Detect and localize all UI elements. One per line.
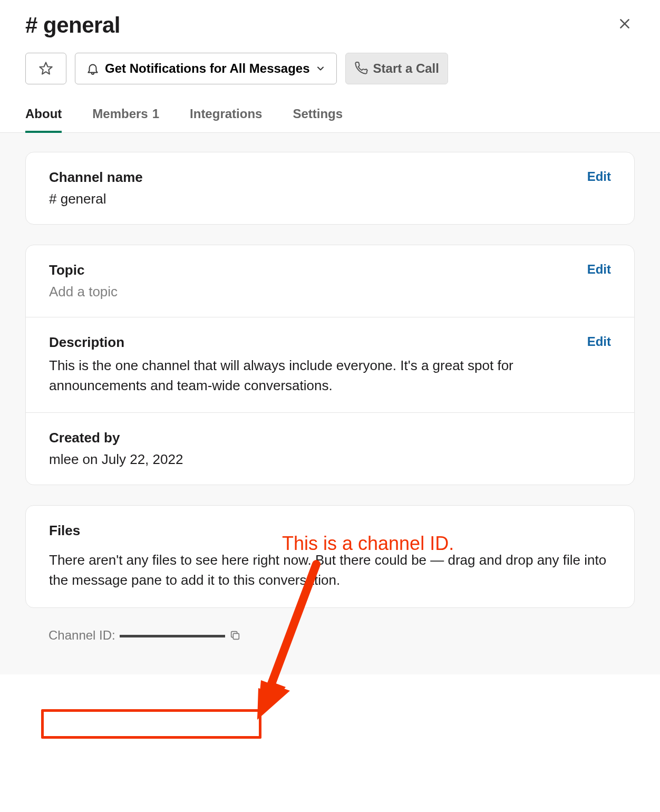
topic-edit-link[interactable]: Edit — [587, 262, 611, 277]
created-by-label: Created by — [49, 430, 120, 446]
description-row[interactable]: Description Edit This is the one channel… — [26, 317, 634, 413]
tab-members-count: 1 — [152, 107, 159, 123]
chevron-down-icon — [315, 63, 326, 74]
tab-settings[interactable]: Settings — [293, 107, 343, 132]
channel-name-edit-link[interactable]: Edit — [587, 169, 611, 184]
tab-integrations[interactable]: Integrations — [190, 107, 262, 132]
svg-marker-2 — [40, 62, 52, 74]
star-icon — [38, 61, 53, 76]
created-by-value: mlee on July 22, 2022 — [49, 451, 611, 468]
notifications-button[interactable]: Get Notifications for All Messages — [75, 53, 337, 84]
tab-members[interactable]: Members 1 — [92, 107, 159, 132]
topic-label: Topic — [49, 262, 84, 278]
tab-about-label: About — [25, 107, 62, 121]
files-row: Files There aren't any files to see here… — [26, 506, 634, 607]
bell-icon — [86, 62, 100, 75]
tab-members-label: Members — [92, 107, 148, 123]
close-icon — [618, 17, 632, 31]
created-by-row: Created by mlee on July 22, 2022 — [26, 413, 634, 485]
description-edit-link[interactable]: Edit — [587, 334, 611, 349]
svg-marker-6 — [257, 680, 290, 720]
channel-id-value — [120, 631, 225, 640]
topic-placeholder: Add a topic — [49, 284, 611, 300]
tab-settings-label: Settings — [293, 107, 343, 123]
channel-name-value: # general — [49, 191, 611, 207]
start-call-label: Start a Call — [373, 61, 439, 76]
star-button[interactable] — [25, 53, 66, 84]
annotation-highlight-box — [41, 709, 261, 739]
topic-row[interactable]: Topic Edit Add a topic — [26, 245, 634, 317]
channel-id-label: Channel ID: — [48, 628, 115, 643]
start-call-button[interactable]: Start a Call — [345, 53, 448, 84]
tab-about[interactable]: About — [25, 107, 62, 133]
close-button[interactable] — [615, 14, 635, 37]
annotation-callout-text: This is a channel ID. — [282, 533, 454, 555]
description-label: Description — [49, 334, 124, 351]
svg-marker-5 — [257, 682, 286, 720]
phone-icon — [354, 62, 368, 75]
notifications-label: Get Notifications for All Messages — [105, 61, 310, 76]
channel-name-row[interactable]: Channel name Edit # general — [26, 152, 634, 224]
files-value: There aren't any files to see here right… — [49, 550, 611, 590]
description-value: This is the one channel that will always… — [49, 356, 611, 395]
tab-integrations-label: Integrations — [190, 107, 262, 123]
files-label: Files — [49, 523, 80, 539]
channel-name-label: Channel name — [49, 169, 143, 186]
copy-channel-id-button[interactable] — [229, 630, 241, 641]
svg-rect-3 — [233, 633, 239, 639]
channel-title: # general — [25, 13, 120, 38]
